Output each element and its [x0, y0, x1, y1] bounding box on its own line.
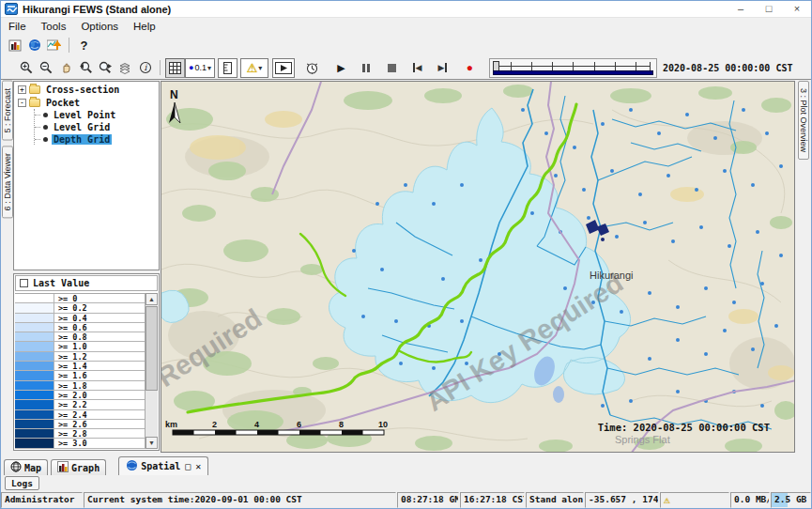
spatial-display-icon[interactable]: [44, 36, 64, 55]
menu-tools[interactable]: Tools: [34, 20, 74, 33]
legend-panel: Last Value >= 0 >= 0.2 >= 0.4 >= 0.6 >= …: [13, 273, 160, 451]
scroll-down-icon[interactable]: ▼: [146, 437, 158, 449]
tree-node-level-point[interactable]: Level Point: [35, 109, 159, 120]
legend-row: >= 1.6: [15, 371, 145, 380]
warning-dropdown[interactable]: ⚠ ▾: [240, 58, 268, 78]
bottom-panel: Map Graph Spatial □ ✕ Logs: [1, 453, 811, 494]
status-coordinates: -35.657 , 174.199: [585, 492, 659, 508]
legend-table: >= 0 >= 0.2 >= 0.4 >= 0.6 >= 0.8 >= 1.0 …: [15, 293, 145, 449]
animation-player-icon[interactable]: [272, 58, 295, 78]
last-value-option[interactable]: Last Value: [15, 275, 158, 291]
status-memory: 2.5 GB: [771, 492, 811, 508]
zoom-next-icon[interactable]: [96, 58, 115, 78]
bar-chart-icon: [57, 461, 69, 474]
tab-plot-overview[interactable]: 3 : Plot Overview: [798, 81, 809, 160]
legend-swatch: [15, 332, 54, 341]
tree-label[interactable]: Cross-section: [44, 85, 121, 95]
tree-node-depth-grid[interactable]: Depth Grid: [35, 133, 159, 145]
explorer-icon[interactable]: [5, 36, 24, 55]
warning-icon: ⚠: [664, 494, 670, 506]
map-time-label: Time: 2020-08-25 00:00:00 CST: [598, 422, 770, 433]
legend-row: >= 0: [15, 294, 145, 303]
legend-swatch: [15, 400, 54, 409]
legend-swatch: [15, 439, 54, 447]
stop-icon[interactable]: [382, 58, 402, 78]
layer-tree: + Cross-section - Pocket Level Point Lev…: [13, 81, 160, 270]
record-icon[interactable]: ●: [460, 58, 480, 78]
place-label-springs-flat: Springs Flat: [615, 434, 670, 445]
legend-swatch: [15, 294, 54, 302]
tree-label[interactable]: Level Point: [52, 110, 117, 120]
status-warning-cell[interactable]: ⚠: [660, 492, 729, 508]
layers-icon[interactable]: [115, 58, 135, 78]
main-toolbar: ?: [1, 34, 811, 56]
status-network-rate: 0.0 MB/s: [730, 492, 770, 508]
restore-pane-icon[interactable]: □: [185, 461, 191, 471]
legend-swatch: [15, 314, 54, 322]
legend-row: >= 2.0: [15, 391, 145, 400]
threshold-dot-icon: ●: [189, 63, 193, 72]
legend-swatch: [15, 303, 54, 312]
last-value-checkbox[interactable]: [20, 279, 28, 287]
legend-swatch: [15, 410, 54, 419]
collapse-icon[interactable]: -: [18, 99, 26, 107]
place-label-hikurangi: Hikurangi: [590, 270, 633, 281]
maximize-button[interactable]: □: [755, 1, 783, 18]
minimize-button[interactable]: –: [727, 1, 755, 18]
svg-text:km: km: [165, 420, 177, 429]
tree-label[interactable]: Pocket: [44, 98, 82, 108]
zoom-out-icon[interactable]: [37, 58, 56, 78]
legend-swatch: [15, 371, 54, 379]
zoom-in-icon[interactable]: [17, 58, 37, 78]
menu-file[interactable]: File: [1, 20, 34, 33]
globe-icon[interactable]: [24, 36, 44, 55]
menu-help[interactable]: Help: [126, 20, 163, 33]
tree-node-cross-section[interactable]: + Cross-section: [14, 84, 159, 95]
tab-data-viewer[interactable]: 6 : Data Viewer: [2, 146, 13, 218]
menu-bar: File Tools Options Help: [1, 18, 811, 34]
tree-label-selected[interactable]: Depth Grid: [52, 134, 112, 145]
tab-map[interactable]: Map: [4, 459, 48, 475]
status-user: Administrator: [1, 492, 83, 508]
legend-scrollbar[interactable]: ▲ ▼: [145, 293, 158, 449]
expand-icon[interactable]: +: [18, 85, 26, 94]
pan-icon[interactable]: [56, 58, 76, 78]
tab-forecast[interactable]: 5 : Forecast: [2, 81, 13, 141]
play-icon[interactable]: ▶: [331, 58, 351, 78]
bullet-icon: [43, 137, 48, 142]
help-icon[interactable]: ?: [74, 36, 94, 55]
pause-icon[interactable]: [357, 58, 376, 78]
globe-blue-icon: [126, 459, 138, 473]
application-window: Hikurangi FEWS (Stand alone) – □ × File …: [0, 0, 812, 509]
grid-toggle-icon[interactable]: [165, 58, 185, 78]
tree-node-level-grid[interactable]: Level Grid: [35, 121, 159, 132]
threshold-dropdown[interactable]: ● 0.1 ▾: [185, 58, 215, 78]
legend-ruler-icon[interactable]: [218, 58, 237, 78]
status-bar: Administrator Current system time:2020-0…: [1, 492, 811, 508]
right-dock-strip: 3 : Plot Overview: [797, 81, 811, 452]
legend-row: >= 0.2: [15, 303, 145, 313]
zoom-previous-icon[interactable]: [76, 58, 96, 78]
timeline-timestamp: 2020-08-25 00:00:00 CST: [663, 63, 811, 73]
scroll-up-icon[interactable]: ▲: [146, 293, 158, 305]
close-button[interactable]: ×: [783, 1, 811, 18]
scroll-thumb[interactable]: [146, 306, 158, 391]
tree-label[interactable]: Level Grid: [52, 122, 112, 132]
legend-row: >= 1.4: [15, 362, 145, 371]
legend-swatch: [15, 352, 54, 361]
menu-options[interactable]: Options: [73, 20, 126, 33]
animation-settings-icon[interactable]: [302, 58, 322, 78]
legend-swatch: [15, 342, 54, 350]
skip-to-start-icon[interactable]: ◀: [407, 58, 427, 78]
tree-node-pocket[interactable]: - Pocket: [14, 97, 159, 108]
tab-graph[interactable]: Graph: [51, 459, 106, 475]
logs-panel-button[interactable]: Logs: [5, 476, 39, 490]
close-pane-icon[interactable]: ✕: [195, 461, 201, 471]
timeline-slider[interactable]: [489, 58, 657, 78]
skip-to-end-icon[interactable]: ▶: [433, 58, 452, 78]
tab-spatial[interactable]: Spatial □ ✕: [118, 456, 208, 475]
legend-row: >= 3.0: [15, 439, 145, 448]
info-icon[interactable]: i: [135, 58, 155, 78]
map-view[interactable]: API Key Required API Key Required Hikura…: [161, 81, 795, 453]
tab-spatial-label: Spatial: [141, 461, 180, 471]
